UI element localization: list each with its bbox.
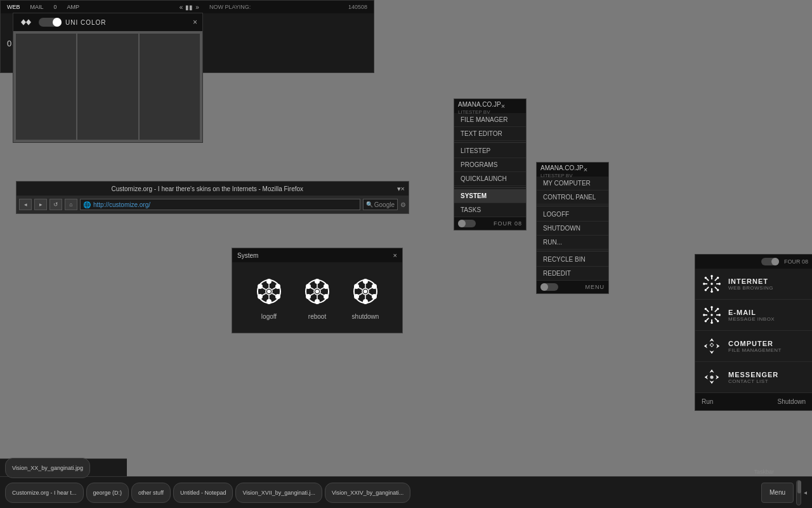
svg-point-61 [705,289,707,291]
svg-point-71 [710,306,713,309]
pause-button[interactable]: ▮▮ [185,4,193,11]
shutdown-dialog-title: System [237,252,393,259]
back-button[interactable]: ◂ [19,199,32,210]
tab-amp[interactable]: AMP [65,3,82,11]
messenger-text-block: MESSENGER CONTACT LIST [728,371,778,384]
amana-menu2-close-button[interactable]: × [584,166,587,173]
amana-menu2-titlebar: AMANA.CO.JP LITESTEP BV × [537,163,608,177]
sidebar-item-computer[interactable]: COMPUTER FILE MANAGEMENT [695,331,812,362]
sidebar-item-messenger[interactable]: MESSENGER CONTACT LIST [695,362,812,393]
shutdown-close-button[interactable]: × [393,251,397,259]
taskbar: Customize.org - I hear t... george (D:) … [0,476,812,508]
search-placeholder: Google [374,201,395,208]
tab-web[interactable]: WEB [4,3,23,11]
menu2-divider-2 [537,251,608,251]
tab-mail-count: 0 [51,3,60,11]
svg-point-36 [355,284,358,288]
amana-menu1-bottom-label: FOUR 08 [494,220,522,227]
next-button[interactable]: » [195,4,199,11]
sidebar-item-email[interactable]: E-MAIL MESSAGE INBOX [695,300,812,331]
svg-point-3 [276,295,280,298]
taskbar-arrow-icon[interactable]: ◂ [804,489,807,496]
menu-logoff[interactable]: LOGOFF [537,208,608,222]
taskbar-item-vision24[interactable]: Vision_XXIV_by_ganginati... [325,483,410,503]
taskbar-item-other[interactable]: other stuff [131,483,171,503]
menu-file-manager[interactable]: FILE MANAGER [454,113,526,127]
tab-mail[interactable]: MAIL [28,3,46,11]
menu-divider-2 [454,187,526,188]
svg-line-53 [707,287,709,290]
menu-programs[interactable]: PROGRAMS [454,158,526,172]
svg-line-67 [707,310,709,312]
svg-line-50 [707,279,709,281]
browser-close-button[interactable]: × [401,185,405,192]
menu-regedit[interactable]: REDEDIT [537,267,608,281]
reload-button[interactable]: ↺ [49,199,62,210]
wallpaper-thumb-1[interactable] [16,34,76,140]
amana-menu1-toggle-thumb [458,220,466,227]
run-button[interactable]: Run [702,398,713,405]
taskbar-item-vision17[interactable]: Vision_XVII_by_ganginati.j... [235,483,322,503]
menu-system[interactable]: SYSTEM [454,189,526,203]
taskbar-item-notepad[interactable]: Untitled - Notepad [173,483,233,503]
taskbar-item-vision20[interactable]: Vision_XX_by_ganginati.jpg [5,458,90,478]
svg-line-52 [715,279,717,281]
home-button[interactable]: ⌂ [65,199,77,210]
address-bar[interactable]: 🌐 http://customize.org/ [80,199,360,210]
svg-point-18 [324,295,328,298]
wallpaper-thumb-2[interactable] [77,34,138,140]
taskbar-item-browser[interactable]: Customize.org - I hear t... [5,483,84,503]
forward-button[interactable]: ▸ [34,199,47,210]
svg-point-59 [717,289,719,291]
menu-litestep[interactable]: LITESTEP [454,144,526,158]
menu-run[interactable]: RUN... [537,236,608,250]
media-player-topbar: WEB MAIL 0 AMP « ▮▮ » NOW PLAYING: 14050… [1,1,374,13]
email-title: E-MAIL [728,309,775,316]
internet-title: INTERNET [728,277,773,285]
wallpaper-thumbnails [13,31,202,142]
amana-menu2-toggle[interactable] [540,283,558,291]
svg-point-62 [710,314,713,316]
menu-shutdown[interactable]: SHUTDOWN [537,222,608,236]
sidebar-toggle[interactable] [761,258,779,265]
taskbar-scrollbar[interactable] [796,480,801,505]
logoff-label: logoff [261,313,277,320]
menu-recycle-bin[interactable]: RECYCLE BIN [537,253,608,267]
svg-point-17 [324,284,328,288]
toggle-track[interactable] [39,18,62,27]
logoff-item[interactable]: logoff [252,275,285,320]
svg-point-79 [710,344,713,347]
svg-point-6 [258,284,262,288]
computer-title: COMPUTER [728,340,782,347]
shutdown-item[interactable]: shutdown [349,275,382,320]
amana-menu2: AMANA.CO.JP LITESTEP BV × MY COMPUTER CO… [536,162,609,294]
messenger-icon [702,367,722,387]
reboot-item[interactable]: reboot [301,275,334,320]
svg-point-80 [710,375,713,378]
menu-quicklaunch[interactable]: QUICKLAUNCH [454,172,526,186]
browser-titlebar: Customize.org - I hear there's skins on … [16,182,409,196]
toggle-thumb [53,18,62,27]
computer-subtitle: FILE MANAGEMENT [728,347,782,353]
taskbar-menu-button[interactable]: Menu [761,483,794,503]
menu-control-panel[interactable]: CONTROL PANEL [537,190,608,204]
amana-menu1-titlebar: AMANA.CO.JP LITESTEP BV × [454,99,526,113]
amana-menu2-title-block: AMANA.CO.JP LITESTEP BV [540,161,584,178]
amana-menu1-close-button[interactable]: × [501,102,505,110]
search-area[interactable]: 🔍 Google [363,199,398,210]
taskbar-item-george[interactable]: george (D:) [86,483,129,503]
settings-icon[interactable]: ⚙ [400,201,406,208]
menu-my-computer[interactable]: MY COMPUTER [537,177,608,190]
reboot-label: reboot [308,313,326,320]
shutdown-dialog-titlebar: System × [232,248,402,262]
amana-menu1-toggle[interactable] [458,220,476,227]
amana-menu1-bottombar: FOUR 08 [454,217,526,230]
menu-text-editor[interactable]: TEXT EDITOR [454,127,526,141]
menu-tasks[interactable]: TASKS [454,203,526,217]
wallpaper-thumb-3[interactable] [140,34,200,140]
wallpaper-close-button[interactable]: × [193,18,197,27]
sidebar-item-internet[interactable]: INTERNET WEB BROWSING [695,269,812,300]
prev-button[interactable]: « [180,4,183,11]
sidebar-shutdown-button[interactable]: Shutdown [778,398,806,405]
computer-icon [702,336,722,356]
